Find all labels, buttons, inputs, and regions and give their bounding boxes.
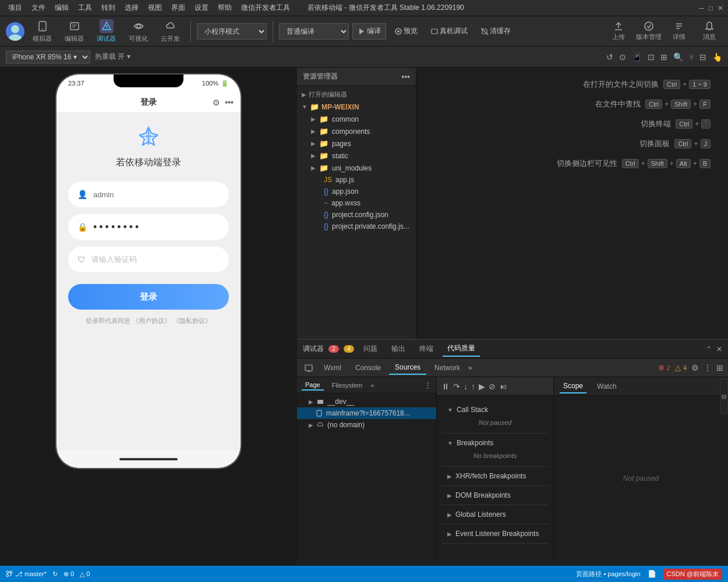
menu-item-help[interactable]: 帮助 bbox=[214, 2, 235, 14]
tree-item-pages[interactable]: ▶ 📁 pages bbox=[297, 137, 416, 150]
debugger-close-icon[interactable]: ✕ bbox=[716, 345, 722, 353]
devtab-network[interactable]: Network bbox=[429, 361, 466, 374]
pause-exceptions-btn[interactable]: ⏯ bbox=[499, 382, 507, 391]
password-field[interactable]: 🔒 •••••••• bbox=[68, 214, 229, 240]
src-tab-filesystem[interactable]: Filesystem bbox=[328, 381, 366, 390]
debugger-tab-problem[interactable]: 问题 bbox=[359, 342, 382, 356]
search-icon[interactable]: 🔍 bbox=[673, 52, 683, 62]
continue-btn[interactable]: ▶ bbox=[479, 382, 485, 391]
debugger-tab-quality[interactable]: 代码质量 bbox=[443, 341, 480, 357]
src-tree-dev[interactable]: ▶ __dev__ bbox=[297, 396, 436, 407]
debugger-btn[interactable]: 调试器 bbox=[92, 17, 121, 45]
step-out-btn[interactable]: ↑ bbox=[471, 382, 475, 391]
devtools-layout-icon[interactable]: ⊞ bbox=[716, 363, 723, 372]
tree-item-app-js[interactable]: JS app.js bbox=[297, 174, 416, 186]
devtools-settings-icon[interactable]: ⚙ bbox=[691, 363, 699, 372]
branch-icon[interactable]: ⑂ bbox=[689, 52, 694, 62]
src-tab-more[interactable]: » bbox=[370, 382, 374, 389]
record-icon[interactable]: ⊙ bbox=[619, 52, 626, 62]
tree-item-components[interactable]: ▶ 📁 components bbox=[297, 125, 416, 137]
menu-item-file[interactable]: 文件 bbox=[28, 2, 49, 14]
status-branch[interactable]: ⎇ master* bbox=[6, 570, 47, 578]
menu-item-select[interactable]: 选择 bbox=[121, 2, 142, 14]
menu-item-view[interactable]: 视图 bbox=[144, 2, 165, 14]
nav-more-icon[interactable]: ••• bbox=[225, 98, 234, 107]
tree-item-static[interactable]: ▶ 📁 static bbox=[297, 150, 416, 162]
scope-tab-watch[interactable]: Watch bbox=[593, 380, 620, 393]
menu-item-tool[interactable]: 工具 bbox=[75, 2, 96, 14]
window-icon[interactable]: ⊡ bbox=[648, 52, 655, 62]
event-listener-header[interactable]: ▶ Event Listener Breakpoints bbox=[447, 528, 543, 540]
menu-item-edit[interactable]: 编辑 bbox=[51, 2, 72, 14]
file-panel-menu-icon[interactable]: ••• bbox=[401, 72, 410, 81]
window-minimize-btn[interactable]: ─ bbox=[699, 4, 704, 12]
devtab-sources[interactable]: Sources bbox=[389, 361, 426, 375]
step-into-btn[interactable]: ↓ bbox=[464, 382, 468, 391]
real-debug-btn[interactable]: 真机调试 bbox=[426, 23, 472, 40]
src-tab-menu-icon[interactable]: ⋮ bbox=[424, 381, 432, 389]
detail-btn[interactable]: 详情 bbox=[666, 21, 692, 41]
tree-item-common[interactable]: ▶ 📁 common bbox=[297, 113, 416, 125]
compile-selector[interactable]: 普通编译 bbox=[279, 23, 349, 40]
tree-item-app-json[interactable]: {} app.json bbox=[297, 186, 416, 197]
scope-tab-scope[interactable]: Scope bbox=[560, 379, 586, 393]
touch-icon[interactable]: 👆 bbox=[712, 52, 722, 62]
simulator-btn[interactable]: 模拟器 bbox=[28, 17, 56, 45]
open-editors-section[interactable]: ▶ 打开的编辑器 bbox=[297, 88, 416, 101]
avatar[interactable] bbox=[6, 22, 24, 41]
debugger-chevron-up-icon[interactable]: ⌃ bbox=[706, 345, 712, 353]
menu-item-project[interactable]: 项目 bbox=[5, 2, 26, 14]
menu-item-interface[interactable]: 界面 bbox=[168, 2, 189, 14]
username-field[interactable]: 👤 admin bbox=[68, 182, 229, 207]
breakpoints-header[interactable]: ▼ Breakpoints bbox=[447, 437, 543, 449]
captcha-field[interactable]: 🛡 请输入验证码 bbox=[68, 247, 229, 272]
device-selector[interactable]: iPhone XR 85% 16 ▾ bbox=[6, 51, 90, 63]
upload-btn[interactable]: 上传 bbox=[606, 21, 631, 41]
devtab-more[interactable]: » bbox=[468, 364, 472, 372]
version-btn[interactable]: 版本管理 bbox=[636, 21, 662, 41]
nav-record-icon[interactable]: ⊙ bbox=[213, 98, 220, 107]
devtools-more-icon[interactable]: ⋮ bbox=[704, 363, 712, 372]
debugger-tab-terminal[interactable]: 终端 bbox=[415, 342, 438, 356]
devtab-wxml[interactable]: Wxml bbox=[318, 361, 347, 374]
src-tab-page[interactable]: Page bbox=[302, 380, 324, 391]
global-listeners-header[interactable]: ▶ Global Listeners bbox=[447, 509, 543, 520]
visible-btn[interactable]: 可视化 bbox=[124, 17, 153, 45]
tree-item-project-private[interactable]: {} project.private.config.js... bbox=[297, 221, 416, 232]
phone-icon[interactable]: 📱 bbox=[632, 52, 642, 62]
status-warnings[interactable]: △ 0 bbox=[80, 570, 90, 578]
window-close-btn[interactable]: ✕ bbox=[718, 4, 723, 12]
menu-item-goto[interactable]: 转到 bbox=[98, 2, 119, 14]
devtools-device-icon[interactable] bbox=[302, 362, 316, 374]
clear-btn[interactable]: 清缓存 bbox=[476, 23, 515, 40]
tree-item-app-wxss[interactable]: ~ app.wxss bbox=[297, 197, 416, 209]
notify-btn[interactable]: 消息 bbox=[697, 21, 722, 41]
src-tree-no-domain[interactable]: ▶ (no domain) bbox=[297, 419, 436, 431]
status-errors[interactable]: ⊗ 0 bbox=[63, 570, 74, 578]
window-maximize-btn[interactable]: □ bbox=[709, 4, 713, 12]
tree-item-project-config[interactable]: {} project.config.json bbox=[297, 209, 416, 221]
compile-btn[interactable]: 编译 bbox=[352, 23, 386, 40]
editor-btn[interactable]: 编辑器 bbox=[60, 17, 89, 45]
tree-item-uni-modules[interactable]: ▶ 📁 uni_modules bbox=[297, 162, 416, 174]
step-over-btn[interactable]: ↷ bbox=[453, 382, 460, 391]
src-tree-mainframe[interactable]: mainframe?t=166757618... bbox=[297, 407, 436, 419]
call-stack-header[interactable]: ▼ Call Stack bbox=[447, 404, 543, 416]
status-sync[interactable]: ↻ bbox=[52, 570, 58, 578]
cloud-btn[interactable]: 云开发 bbox=[156, 17, 185, 45]
preview-btn[interactable]: 预览 bbox=[390, 23, 422, 40]
menu-item-settings[interactable]: 设置 bbox=[191, 2, 212, 14]
devtab-console[interactable]: Console bbox=[349, 361, 387, 374]
refresh-icon[interactable]: ↺ bbox=[606, 52, 613, 62]
hotreload-btn[interactable]: 热重载 开 ▾ bbox=[95, 52, 130, 62]
pause-btn[interactable]: ⏸ bbox=[441, 382, 450, 391]
deactivate-btn[interactable]: ⊘ bbox=[489, 382, 496, 391]
dom-breakpoints-header[interactable]: ▶ DOM Breakpoints bbox=[447, 489, 543, 501]
xhr-breakpoints-header[interactable]: ▶ XHR/fetch Breakpoints bbox=[447, 470, 543, 482]
grid-icon[interactable]: ⊟ bbox=[699, 52, 706, 62]
debugger-tab-output[interactable]: 输出 bbox=[387, 342, 410, 356]
mode-selector[interactable]: 小程序模式 bbox=[197, 23, 267, 40]
layout-expand-btn[interactable]: ⊟ bbox=[720, 379, 728, 414]
tree-root[interactable]: ▼ 📁 MP-WEIXIN bbox=[297, 101, 416, 113]
scan-icon[interactable]: ⊞ bbox=[660, 52, 667, 62]
